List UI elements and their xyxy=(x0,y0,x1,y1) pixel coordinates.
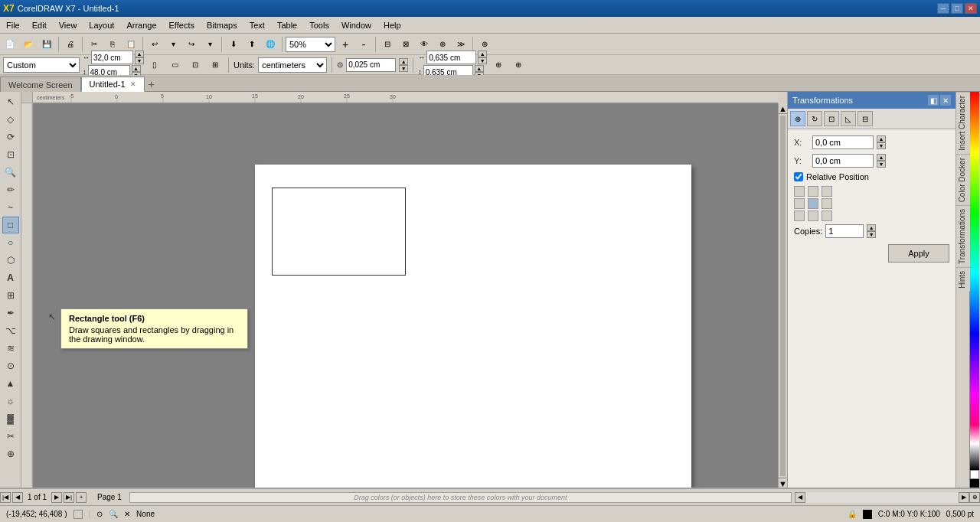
menu-tools[interactable]: Tools xyxy=(303,19,335,31)
transform-tool[interactable]: ⟳ xyxy=(2,129,19,145)
scrollbar-thumb-v[interactable] xyxy=(780,116,786,476)
menu-edit[interactable]: Edit xyxy=(26,19,53,31)
pos-ml[interactable] xyxy=(794,198,805,209)
page-size-dropdown[interactable]: Custom xyxy=(3,57,80,73)
color-bar[interactable]: Drag colors (or objects) here to store t… xyxy=(129,492,792,503)
page-prev-button[interactable]: ◀ xyxy=(12,492,23,503)
minimize-button[interactable]: ─ xyxy=(937,3,949,14)
relative-position-checkbox[interactable] xyxy=(794,172,803,181)
zoom-out-button[interactable]: - xyxy=(355,36,372,53)
hints-tab[interactable]: Hints xyxy=(956,267,970,292)
insert-char-tab[interactable]: Insert Character xyxy=(956,92,970,154)
canvas-area[interactable]: Rectangle tool (F6) Draw squares and rec… xyxy=(33,103,778,488)
node-tool[interactable]: ◇ xyxy=(2,111,19,128)
publish-button[interactable]: 🌐 xyxy=(262,36,279,53)
scroll-up-button[interactable]: ▲ xyxy=(779,103,787,114)
scroll-left-button[interactable]: ◀ xyxy=(795,492,805,503)
redo-dropdown[interactable]: ▾ xyxy=(201,36,218,53)
trans-rotate-btn[interactable]: ↻ xyxy=(807,111,822,126)
pos-mc[interactable] xyxy=(808,198,818,209)
scroll-right-button[interactable]: ▶ xyxy=(959,492,969,503)
ellipse-tool[interactable]: ○ xyxy=(2,234,19,251)
trans-mirror-btn[interactable]: ⊟ xyxy=(858,111,873,126)
horizontal-scrollbar[interactable] xyxy=(805,492,959,503)
zoom-in-button[interactable]: + xyxy=(337,36,354,53)
y-input[interactable] xyxy=(812,154,874,168)
pos-bl[interactable] xyxy=(794,210,805,221)
shadow-tool[interactable]: ▓ xyxy=(2,410,19,427)
pen-tool[interactable]: ✒ xyxy=(2,305,19,321)
import-button[interactable]: ⬇ xyxy=(225,36,242,53)
titlebar-close-button[interactable]: ✕ xyxy=(965,3,977,14)
units-dropdown[interactable]: centimeters xyxy=(258,57,327,73)
smart-tool[interactable]: ~ xyxy=(2,199,19,216)
menu-view[interactable]: View xyxy=(53,19,83,31)
freehand-tool[interactable]: ✏ xyxy=(2,181,19,198)
tab-welcome[interactable]: Welcome Screen xyxy=(0,77,81,92)
table-tool[interactable]: ⊞ xyxy=(2,287,19,304)
gridh-up[interactable]: ▲ xyxy=(475,65,484,72)
knife-tool[interactable]: ✂ xyxy=(2,428,19,445)
menu-help[interactable]: Help xyxy=(377,19,407,31)
text-tool[interactable]: A xyxy=(2,269,19,286)
width-up[interactable]: ▲ xyxy=(135,51,144,57)
width-down[interactable]: ▼ xyxy=(135,57,144,64)
page-options2[interactable]: ⊞ xyxy=(207,57,224,73)
scroll-down-button[interactable]: ▼ xyxy=(779,478,787,488)
page-first-button[interactable]: |◀ xyxy=(0,492,11,503)
trans-float-button[interactable]: ◧ xyxy=(928,95,939,106)
black-swatch[interactable] xyxy=(970,479,979,488)
blend-tool[interactable]: ≋ xyxy=(2,340,19,357)
color-gradient-strip[interactable] xyxy=(970,92,979,470)
new-button[interactable]: 📄 xyxy=(2,36,18,53)
trans-move-btn[interactable]: ⊕ xyxy=(790,111,805,126)
apply-button[interactable]: Apply xyxy=(888,244,949,263)
polygon-tool[interactable]: ⬡ xyxy=(2,252,19,269)
print-button[interactable]: 🖨 xyxy=(62,36,79,53)
height-up[interactable]: ▲ xyxy=(132,65,141,72)
redo-button[interactable]: ↪ xyxy=(183,36,200,53)
menu-window[interactable]: Window xyxy=(335,19,377,31)
page-options1[interactable]: ⊡ xyxy=(187,57,204,73)
copies-up[interactable]: ▲ xyxy=(867,224,876,231)
pos-tl[interactable] xyxy=(794,186,805,197)
nudge-down[interactable]: ▼ xyxy=(399,65,408,72)
select-tool[interactable]: ↖ xyxy=(2,93,19,110)
page-add-button[interactable]: + xyxy=(76,492,87,503)
transformations-tab[interactable]: Transformations xyxy=(956,205,970,267)
tab-add-button[interactable]: + xyxy=(145,77,158,91)
menu-table[interactable]: Table xyxy=(271,19,303,31)
export-button[interactable]: ⬆ xyxy=(243,36,260,53)
menu-effects[interactable]: Effects xyxy=(163,19,201,31)
menu-file[interactable]: File xyxy=(0,19,26,31)
y-up[interactable]: ▲ xyxy=(877,154,886,161)
grid-settings-button[interactable]: ⊕ xyxy=(490,57,507,73)
copies-input[interactable] xyxy=(825,224,864,238)
gridw-up[interactable]: ▲ xyxy=(478,51,487,57)
x-down[interactable]: ▼ xyxy=(877,142,886,149)
page-width-input[interactable] xyxy=(91,51,133,64)
vertical-scrollbar[interactable]: ▲ ▼ xyxy=(778,103,787,488)
undo-dropdown[interactable]: ▾ xyxy=(165,36,181,53)
trans-close-button[interactable]: ✕ xyxy=(940,95,951,106)
grid-w-input[interactable] xyxy=(426,51,476,64)
trans-scale-btn[interactable]: ⊡ xyxy=(824,111,839,126)
view2-button[interactable]: ⊠ xyxy=(397,36,414,53)
pos-tr[interactable] xyxy=(822,186,832,197)
zoom-dropdown[interactable]: 50% xyxy=(286,37,335,52)
page-next-button[interactable]: ▶ xyxy=(51,492,62,503)
zoom-tool[interactable]: 🔍 xyxy=(2,164,19,181)
fill-tool[interactable]: ▲ xyxy=(2,375,19,392)
interact-fill-tool[interactable]: ☼ xyxy=(2,393,19,409)
restore-button[interactable]: □ xyxy=(951,3,963,14)
color-docker-tab[interactable]: Color Docker xyxy=(956,154,970,205)
nudge-up[interactable]: ▲ xyxy=(399,58,408,65)
view1-button[interactable]: ⊟ xyxy=(379,36,396,53)
connector-tool[interactable]: ⌥ xyxy=(2,322,19,339)
zoom-tool2[interactable]: ⊕ xyxy=(2,445,19,462)
menu-bitmaps[interactable]: Bitmaps xyxy=(201,19,243,31)
copies-down[interactable]: ▼ xyxy=(867,231,876,238)
save-button[interactable]: 💾 xyxy=(38,36,55,53)
open-button[interactable]: 📂 xyxy=(20,36,37,53)
nudge-input[interactable] xyxy=(346,58,396,72)
